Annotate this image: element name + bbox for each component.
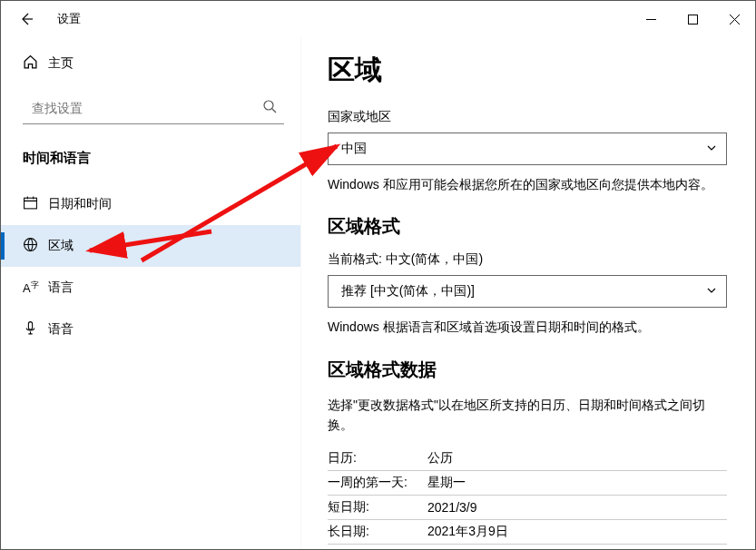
back-arrow-icon [19, 12, 34, 26]
window-title: 设置 [57, 11, 81, 27]
sidebar-item-datetime[interactable]: 日期和时间 [1, 183, 300, 225]
sidebar-item-speech[interactable]: 语音 [1, 309, 300, 350]
table-row: 短日期: 2021/3/9 [328, 496, 727, 520]
microphone-icon [23, 320, 48, 339]
back-button[interactable] [12, 5, 41, 34]
home-nav[interactable]: 主页 [1, 44, 300, 83]
table-row: 长日期: 2021年3月9日 [328, 520, 727, 545]
row-key: 短日期: [328, 499, 427, 516]
table-row: 短时间: 16:44 [328, 545, 727, 549]
maximize-button[interactable] [672, 5, 713, 33]
page-heading: 区域 [328, 52, 728, 89]
sidebar-item-label: 日期和时间 [48, 196, 112, 212]
format-value: 推荐 [中文(简体，中国)] [341, 283, 475, 300]
maximize-icon [688, 15, 698, 25]
chevron-down-icon [706, 284, 717, 299]
search-input[interactable] [32, 101, 262, 115]
svg-point-1 [264, 101, 273, 110]
sidebar: 主页 时间和语言 日期和时间 区域 A字 语言 [1, 37, 300, 549]
sidebar-item-region[interactable]: 区域 [1, 225, 300, 267]
svg-rect-2 [25, 198, 37, 209]
row-value: 公历 [427, 450, 453, 467]
minimize-button[interactable] [630, 5, 672, 33]
titlebar: 设置 [1, 1, 755, 37]
row-value: 2021/3/9 [427, 500, 477, 515]
country-desc: Windows 和应用可能会根据您所在的国家或地区向您提供本地内容。 [328, 174, 728, 194]
window-controls [630, 5, 755, 33]
clock-icon [23, 195, 48, 214]
current-format-label: 当前格式: 中文(简体，中国) [328, 251, 728, 268]
country-label: 国家或地区 [328, 109, 728, 125]
sidebar-item-label: 语言 [48, 280, 74, 296]
close-icon [730, 15, 740, 25]
row-key: 一周的第一天: [328, 475, 427, 491]
row-key: 日历: [328, 450, 427, 467]
format-dropdown[interactable]: 推荐 [中文(简体，中国)] [328, 275, 727, 308]
close-button[interactable] [713, 5, 755, 33]
country-value: 中国 [341, 141, 367, 157]
section-heading: 时间和语言 [1, 124, 300, 183]
row-value: 星期一 [427, 475, 466, 491]
svg-rect-4 [28, 321, 32, 329]
country-dropdown[interactable]: 中国 [328, 133, 727, 165]
format-heading: 区域格式 [328, 214, 728, 239]
search-box[interactable] [23, 92, 284, 124]
sidebar-item-label: 区域 [48, 238, 74, 254]
home-label: 主页 [48, 55, 74, 72]
language-icon: A字 [23, 280, 48, 295]
row-key: 短时间: [328, 548, 427, 549]
sidebar-item-language[interactable]: A字 语言 [1, 267, 300, 309]
globe-icon [23, 237, 48, 256]
chevron-down-icon [706, 142, 717, 156]
home-icon [23, 54, 48, 73]
table-row: 一周的第一天: 星期一 [328, 471, 727, 496]
sidebar-item-label: 语音 [48, 321, 74, 338]
data-desc: 选择"更改数据格式"以在地区所支持的日历、日期和时间格式之间切换。 [328, 395, 728, 436]
table-row: 日历: 公历 [328, 447, 727, 471]
svg-rect-0 [688, 15, 697, 24]
data-heading: 区域格式数据 [328, 358, 728, 382]
main-panel: 区域 国家或地区 中国 Windows 和应用可能会根据您所在的国家或地区向您提… [300, 37, 755, 549]
format-desc: Windows 根据语言和区域首选项设置日期和时间的格式。 [328, 317, 728, 337]
search-icon [262, 99, 277, 116]
row-key: 长日期: [328, 524, 427, 540]
minimize-icon [646, 15, 656, 25]
row-value: 2021年3月9日 [427, 524, 508, 540]
format-data-table: 日历: 公历 一周的第一天: 星期一 短日期: 2021/3/9 长日期: 20… [328, 447, 728, 549]
